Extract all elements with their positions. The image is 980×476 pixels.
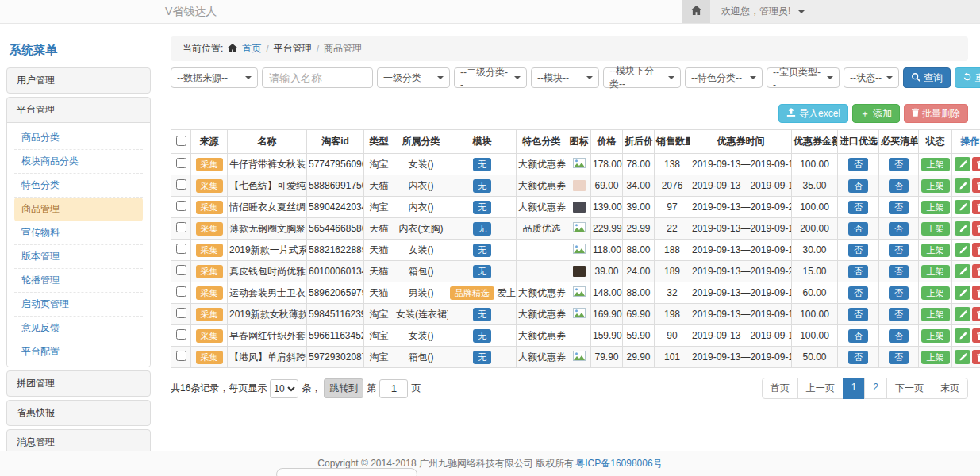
must-buy-toggle[interactable]: 否 <box>889 351 909 364</box>
edit-button[interactable] <box>955 264 970 278</box>
filter-select-module[interactable]: --模块-- <box>531 67 599 88</box>
delete-button[interactable] <box>972 200 980 214</box>
sidebar-group-header[interactable]: 用户管理 <box>7 68 150 93</box>
row-checkbox[interactable] <box>176 329 186 340</box>
import-select-toggle[interactable]: 否 <box>848 158 868 171</box>
sidebar-item[interactable]: 特色分类 <box>14 174 143 198</box>
import-select-toggle[interactable]: 否 <box>848 308 868 321</box>
must-buy-toggle[interactable]: 否 <box>889 329 909 343</box>
pager-nav[interactable]: 下一页 <box>886 378 932 399</box>
filter-input-name[interactable] <box>262 67 373 88</box>
batch-delete-button[interactable]: 批量删除 <box>904 104 968 123</box>
must-buy-toggle[interactable]: 否 <box>889 179 909 193</box>
breadcrumb-home-link[interactable]: 首页 <box>242 42 261 56</box>
row-checkbox[interactable] <box>176 286 186 297</box>
must-buy-toggle[interactable]: 否 <box>889 201 909 214</box>
delete-button[interactable] <box>972 264 980 278</box>
row-checkbox[interactable] <box>176 308 186 318</box>
status-toggle[interactable]: 上架 <box>921 286 950 300</box>
import-select-toggle[interactable]: 否 <box>848 179 868 193</box>
delete-button[interactable] <box>972 178 980 193</box>
status-toggle[interactable]: 上架 <box>921 222 950 236</box>
sidebar-item[interactable]: 版本管理 <box>14 245 143 269</box>
sidebar-group-header[interactable]: 平台管理 <box>7 98 150 122</box>
edit-button[interactable] <box>955 221 970 236</box>
row-checkbox[interactable] <box>176 244 186 254</box>
import-select-toggle[interactable]: 否 <box>848 201 868 214</box>
delete-button[interactable] <box>972 157 980 171</box>
status-toggle[interactable]: 上架 <box>921 158 950 171</box>
pager-nav[interactable]: 首页 <box>762 378 798 399</box>
import-select-toggle[interactable]: 否 <box>848 329 868 343</box>
select-all-checkbox[interactable] <box>176 136 186 146</box>
delete-button[interactable] <box>972 221 980 236</box>
status-toggle[interactable]: 上架 <box>921 179 950 193</box>
import-select-toggle[interactable]: 否 <box>848 244 868 257</box>
row-checkbox[interactable] <box>176 179 186 190</box>
edit-button[interactable] <box>955 178 970 193</box>
page-number-input[interactable] <box>379 379 408 398</box>
must-buy-toggle[interactable]: 否 <box>889 308 909 321</box>
filter-select-category-2[interactable]: --二级分类-- <box>454 67 527 88</box>
per-page-select[interactable]: 10 <box>270 379 298 398</box>
delete-button[interactable] <box>972 307 980 321</box>
status-toggle[interactable]: 上架 <box>921 308 950 321</box>
status-toggle[interactable]: 上架 <box>921 265 950 278</box>
pager-nav[interactable]: 上一页 <box>797 378 844 399</box>
row-checkbox[interactable] <box>176 158 186 168</box>
must-buy-toggle[interactable]: 否 <box>889 222 909 236</box>
pager-page-2[interactable]: 2 <box>864 378 887 399</box>
add-button[interactable]: ＋ 添加 <box>852 104 900 123</box>
row-checkbox[interactable] <box>176 265 186 275</box>
edit-button[interactable] <box>955 307 970 321</box>
delete-button[interactable] <box>972 286 980 300</box>
jump-button[interactable]: 跳转到 <box>324 378 363 398</box>
pager-nav[interactable]: 末页 <box>932 378 968 399</box>
filter-select-data-source[interactable]: --数据来源-- <box>171 67 258 88</box>
icp-link[interactable]: 粤ICP备16098006号 <box>575 457 662 470</box>
edit-button[interactable] <box>955 350 970 364</box>
row-checkbox[interactable] <box>176 222 186 232</box>
status-toggle[interactable]: 上架 <box>921 329 950 343</box>
sidebar-item[interactable]: 轮播管理 <box>14 269 143 293</box>
import-excel-button[interactable]: 导入excel <box>778 104 848 123</box>
status-toggle[interactable]: 上架 <box>921 351 950 364</box>
home-button[interactable] <box>682 0 710 23</box>
delete-button[interactable] <box>972 328 980 343</box>
sidebar-group-header[interactable]: 省惠快报 <box>7 401 150 425</box>
import-select-toggle[interactable]: 否 <box>848 222 868 236</box>
import-select-toggle[interactable]: 否 <box>848 265 868 278</box>
pager-page-1[interactable]: 1 <box>843 378 866 399</box>
edit-button[interactable] <box>955 328 970 343</box>
filter-select-item-type[interactable]: --宝贝类型-- <box>767 67 840 88</box>
must-buy-toggle[interactable]: 否 <box>889 265 909 278</box>
sidebar-item[interactable]: 意见反馈 <box>14 317 143 340</box>
import-select-toggle[interactable]: 否 <box>848 351 868 364</box>
must-buy-toggle[interactable]: 否 <box>889 158 909 171</box>
row-checkbox[interactable] <box>176 351 186 361</box>
user-menu[interactable]: 欢迎您，管理员! <box>710 0 816 23</box>
status-toggle[interactable]: 上架 <box>921 244 950 257</box>
edit-button[interactable] <box>955 200 970 214</box>
edit-button[interactable] <box>955 286 970 300</box>
sidebar-item[interactable]: 商品分类 <box>14 126 143 150</box>
sidebar-item[interactable]: 商品管理 <box>14 198 143 221</box>
status-toggle[interactable]: 上架 <box>921 201 950 214</box>
filter-select-status[interactable]: --状态-- <box>844 67 899 88</box>
sidebar-group-header[interactable]: 拼团管理 <box>7 371 150 396</box>
sidebar-item[interactable]: 启动页管理 <box>14 293 143 317</box>
filter-select-category-1[interactable]: 一级分类 <box>377 67 450 88</box>
must-buy-toggle[interactable]: 否 <box>889 286 909 300</box>
delete-button[interactable] <box>972 243 980 257</box>
sidebar-item[interactable]: 平台配置 <box>14 340 143 363</box>
reset-button[interactable]: 重置 <box>955 67 980 88</box>
filter-select-module-sub[interactable]: --模块下分类-- <box>603 67 681 88</box>
sidebar-item[interactable]: 宣传物料 <box>14 221 143 245</box>
edit-button[interactable] <box>955 243 970 257</box>
must-buy-toggle[interactable]: 否 <box>889 244 909 257</box>
row-checkbox[interactable] <box>176 201 186 211</box>
filter-select-feature[interactable]: --特色分类-- <box>685 67 763 88</box>
edit-button[interactable] <box>955 157 970 171</box>
sidebar-item[interactable]: 模块商品分类 <box>14 150 143 174</box>
delete-button[interactable] <box>972 350 980 364</box>
